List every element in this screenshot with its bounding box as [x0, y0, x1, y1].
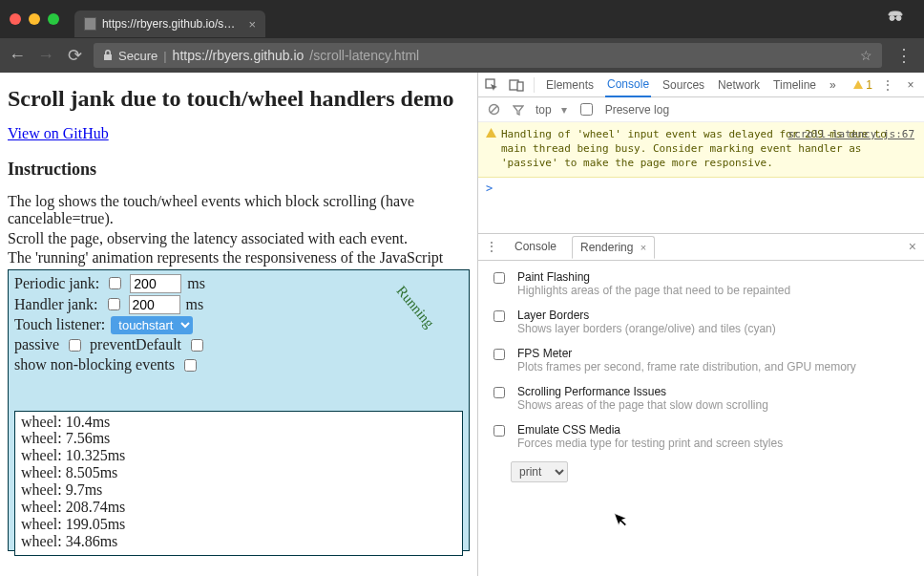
handler-jank-input[interactable]	[129, 295, 180, 314]
log-line: wheel: 10.4ms	[21, 414, 456, 431]
event-log[interactable]: wheel: 10.4mswheel: 7.56mswheel: 10.325m…	[14, 411, 463, 556]
browser-menu-icon[interactable]: ⋮	[892, 45, 916, 66]
drawer-tabbar: ⋮ Console Rendering × ×	[478, 234, 924, 261]
rendering-option-desc: Plots frames per second, frame rate dist…	[517, 360, 856, 373]
instructions-p2: Scroll the page, observing the latency a…	[8, 230, 470, 247]
rendering-option: Emulate CSS MediaForces media type for t…	[490, 423, 913, 450]
device-toolbar-icon[interactable]	[509, 77, 524, 93]
periodic-jank-label: Periodic jank:	[14, 275, 99, 292]
tab-console[interactable]: Console	[605, 73, 651, 97]
instructions-p3: The 'running' animation represents the r…	[8, 249, 470, 267]
handler-jank-checkbox[interactable]	[108, 298, 120, 310]
warning-count: 1	[866, 78, 872, 92]
tab-sources[interactable]: Sources	[661, 73, 706, 97]
tab-title: https://rbyers.github.io/scroll-l	[102, 17, 238, 31]
github-link[interactable]: View on GitHub	[8, 125, 109, 141]
periodic-jank-checkbox[interactable]	[109, 277, 121, 289]
svg-line-4	[491, 106, 497, 113]
console-prompt[interactable]: >	[478, 178, 924, 199]
drawer-tab-console[interactable]: Console	[507, 236, 564, 257]
demo-panel: Periodic jank: ms Handler jank: ms Touch…	[8, 269, 470, 551]
rendering-option-checkbox[interactable]	[494, 349, 505, 360]
browser-chrome: https://rbyers.github.io/scroll-l × ← → …	[0, 0, 924, 73]
page-content: Scroll jank due to touch/wheel handlers …	[0, 73, 477, 576]
browser-tab[interactable]: https://rbyers.github.io/scroll-l ×	[74, 11, 265, 37]
forward-button[interactable]: →	[36, 46, 55, 66]
filter-icon[interactable]	[511, 102, 526, 117]
log-line: wheel: 199.05ms	[21, 516, 456, 533]
svg-rect-2	[517, 82, 523, 91]
periodic-jank-input[interactable]	[130, 274, 181, 293]
emulate-media-select[interactable]: print	[511, 461, 568, 482]
log-line: wheel: 10.325ms	[21, 447, 456, 464]
minimize-window-button[interactable]	[29, 13, 40, 25]
close-drawer-tab-icon[interactable]: ×	[640, 242, 646, 253]
rendering-option-checkbox[interactable]	[494, 272, 505, 284]
clear-console-icon[interactable]	[486, 102, 501, 117]
log-line: wheel: 34.86ms	[21, 533, 456, 550]
drawer-menu-icon[interactable]: ⋮	[484, 239, 499, 254]
page-heading: Scroll jank due to touch/wheel handlers …	[8, 86, 470, 112]
rendering-option-desc: Forces media type for testing print and …	[517, 437, 783, 450]
rendering-option-title: Emulate CSS Media	[517, 423, 783, 437]
rendering-option-checkbox[interactable]	[494, 425, 505, 437]
log-line: wheel: 9.7ms	[21, 481, 456, 499]
rendering-option-title: FPS Meter	[517, 347, 856, 360]
tab-elements[interactable]: Elements	[544, 73, 596, 97]
console-source-link[interactable]: scroll-latency.js:67	[788, 128, 914, 142]
incognito-icon	[886, 10, 905, 23]
bookmark-star-icon[interactable]: ☆	[860, 48, 872, 63]
instructions-p1: The log shows the touch/wheel events whi…	[8, 193, 470, 228]
tab-timeline[interactable]: Timeline	[771, 73, 818, 97]
warning-badge[interactable]: 1	[852, 78, 872, 92]
log-line: wheel: 7.56ms	[21, 430, 456, 447]
preserve-log-checkbox[interactable]	[580, 103, 593, 116]
tabs-overflow[interactable]: »	[828, 73, 838, 97]
drawer-tab-rendering-label: Rendering	[580, 241, 633, 254]
nonblocking-checkbox[interactable]	[184, 359, 197, 372]
back-button[interactable]: ←	[8, 46, 27, 66]
inspect-element-icon[interactable]	[484, 77, 499, 93]
close-window-button[interactable]	[10, 13, 21, 25]
console-toolbar: top ▾ Preserve log	[478, 97, 924, 122]
close-tab-icon[interactable]: ×	[248, 17, 256, 32]
rendering-option-title: Layer Borders	[517, 309, 776, 322]
touch-listener-select[interactable]: touchstart	[111, 316, 193, 334]
lock-icon	[103, 50, 113, 61]
nonblocking-label: show non-blocking events	[14, 356, 175, 373]
devtools-tabbar: Elements Console Sources Network Timelin…	[478, 73, 924, 97]
log-line: wheel: 208.74ms	[21, 499, 456, 516]
passive-checkbox[interactable]	[69, 339, 81, 352]
devtools: Elements Console Sources Network Timelin…	[477, 73, 924, 576]
reload-button[interactable]: ⟳	[65, 45, 84, 66]
dropdown-icon[interactable]: ▾	[561, 103, 567, 117]
favicon-icon	[84, 17, 96, 31]
url-path: /scroll-latency.html	[309, 48, 419, 63]
devtools-close-icon[interactable]: ×	[903, 77, 918, 93]
drawer-close-icon[interactable]: ×	[909, 239, 916, 254]
secure-label: Secure	[118, 49, 158, 63]
tab-strip: https://rbyers.github.io/scroll-l ×	[0, 0, 924, 38]
maximize-window-button[interactable]	[48, 13, 59, 25]
rendering-panel: Paint FlashingHighlights areas of the pa…	[478, 261, 924, 492]
rendering-option: Scrolling Performance IssuesShows areas …	[490, 385, 913, 412]
devtools-drawer: ⋮ Console Rendering × × Paint FlashingHi…	[478, 233, 924, 492]
tab-network[interactable]: Network	[716, 73, 762, 97]
preserve-log-label: Preserve log	[605, 103, 669, 117]
handler-jank-unit: ms	[186, 296, 204, 313]
touch-listener-label: Touch listener:	[14, 316, 105, 333]
rendering-option: Layer BordersShows layer borders (orange…	[490, 309, 913, 335]
context-selector[interactable]: top	[536, 103, 552, 117]
rendering-option-checkbox[interactable]	[494, 310, 505, 322]
address-bar: ← → ⟳ Secure | https://rbyers.github.io/…	[0, 38, 924, 73]
window-controls	[10, 13, 59, 25]
omnibox[interactable]: Secure | https://rbyers.github.io/scroll…	[94, 43, 882, 68]
rendering-option-desc: Shows layer borders (orange/olive) and t…	[517, 322, 776, 335]
drawer-tab-rendering[interactable]: Rendering ×	[572, 236, 655, 259]
instructions-heading: Instructions	[8, 160, 470, 180]
rendering-option-checkbox[interactable]	[494, 387, 505, 398]
periodic-jank-unit: ms	[187, 275, 205, 292]
preventdefault-checkbox[interactable]	[191, 339, 203, 352]
devtools-menu-icon[interactable]: ⋮	[880, 77, 895, 93]
rendering-option-title: Paint Flashing	[517, 270, 790, 284]
